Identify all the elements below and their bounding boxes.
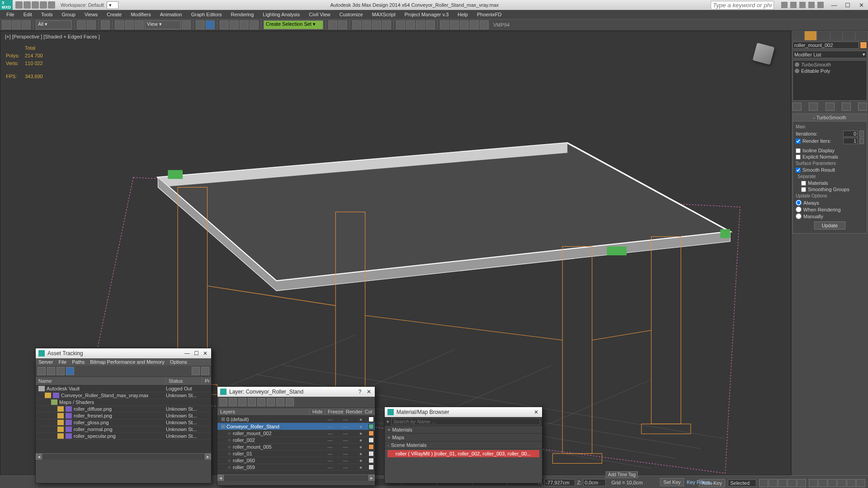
col-name[interactable]: Name	[36, 377, 166, 385]
layer-row[interactable]: ⊞Conveyor_Roller_Stand——●	[217, 423, 375, 430]
move-icon[interactable]	[115, 20, 124, 29]
maximize-viewport-icon[interactable]	[856, 479, 865, 487]
at-tb4-icon[interactable]	[66, 367, 74, 375]
signin-icon[interactable]	[790, 2, 797, 8]
play-icon[interactable]	[778, 479, 787, 487]
layer-row[interactable]: ○roller_059——●	[217, 464, 375, 471]
named-selection-dropdown[interactable]: Create Selection Set ▾	[264, 20, 323, 29]
close-icon[interactable]: ✕	[533, 409, 539, 415]
key-filters-link[interactable]: Key Filters...	[687, 479, 714, 485]
at-refresh-icon[interactable]	[192, 367, 200, 375]
lcol-hide[interactable]: Hide	[310, 408, 325, 415]
menu-rendering[interactable]: Rendering	[226, 11, 259, 18]
bind-icon[interactable]	[22, 20, 31, 29]
rect-select-icon[interactable]	[101, 20, 110, 29]
at-menu-paths[interactable]: Paths	[72, 359, 85, 365]
mat-roller-item[interactable]: roller ( VRayMtl ) [roller_01, roller_00…	[387, 450, 539, 457]
close-icon[interactable]: ✕	[202, 350, 208, 357]
zoom-icon[interactable]	[828, 479, 837, 487]
open-icon[interactable]	[24, 1, 31, 9]
menu-project-manager[interactable]: Project Manager v.3	[400, 11, 453, 18]
at-tb1-icon[interactable]	[38, 367, 46, 375]
material-browser-window[interactable]: Material/Map Browser ✕ ▾ +Materials +Map…	[384, 407, 542, 483]
help-icon[interactable]	[817, 2, 824, 8]
pm-icon3[interactable]	[460, 20, 469, 29]
new-icon[interactable]	[15, 1, 23, 9]
redo-icon[interactable]	[48, 1, 55, 9]
undo-icon[interactable]	[40, 1, 47, 9]
layer-row[interactable]: ⊞0 (default)——●	[217, 416, 375, 423]
orbit-icon[interactable]	[818, 479, 827, 487]
render-setup-icon[interactable]	[406, 20, 415, 29]
asset-row[interactable]: roller_diffuse.pngUnknown St...	[36, 406, 211, 413]
tab-display-icon[interactable]	[843, 31, 855, 41]
zoom-extents-icon[interactable]	[837, 479, 846, 487]
menu-phoenixfd[interactable]: PhoenixFD	[472, 11, 506, 18]
snap-icon[interactable]	[220, 20, 229, 29]
material-editor-icon[interactable]	[396, 20, 405, 29]
asset-tracking-window[interactable]: Asset Tracking — ☐ ✕ Server File Paths B…	[35, 348, 212, 483]
scale-icon[interactable]	[135, 20, 144, 29]
pm-icon4[interactable]	[470, 20, 479, 29]
menu-modifiers[interactable]: Modifiers	[126, 11, 156, 18]
configure-icon[interactable]	[858, 103, 867, 111]
smoothing-groups-checkbox[interactable]	[801, 187, 806, 192]
materials-checkbox[interactable]	[801, 181, 806, 186]
modifier-list-dropdown[interactable]: Modifier List▾	[793, 51, 867, 58]
schematic-icon[interactable]	[382, 20, 391, 29]
save-icon[interactable]	[32, 1, 39, 9]
mirror-icon[interactable]	[328, 20, 337, 29]
lcol-col[interactable]: Col	[362, 408, 375, 415]
spinner-up-icon[interactable]	[859, 138, 864, 144]
select-link-icon[interactable]	[2, 20, 11, 29]
viewport-label[interactable]: [+] [Perspective ] [Shaded + Edged Faces…	[5, 34, 100, 39]
refcoord-dropdown[interactable]: View ▾	[145, 20, 181, 29]
keyboard-shortcut-icon[interactable]	[206, 20, 215, 29]
layer-window[interactable]: Layer: Conveyor_Roller_Stand ? ✕ Layers …	[217, 386, 375, 486]
select-manip-icon[interactable]	[196, 20, 205, 29]
minimize-icon[interactable]: —	[184, 350, 190, 357]
tab-modify-icon[interactable]	[804, 31, 817, 41]
show-end-icon[interactable]	[809, 103, 818, 111]
help-icon[interactable]: ?	[357, 389, 363, 395]
asset-row[interactable]: roller_fresnel.pngUnknown St...	[36, 413, 211, 419]
spinner-snap-icon[interactable]	[250, 20, 259, 29]
object-name-input[interactable]	[793, 42, 859, 49]
goto-end-icon[interactable]	[797, 479, 806, 487]
render-icon[interactable]	[286, 398, 294, 406]
pm-icon2[interactable]	[450, 20, 459, 29]
menu-help[interactable]: Help	[453, 11, 472, 18]
layer-list[interactable]: ⊞0 (default)——●⊞Conveyor_Roller_Stand——●…	[217, 416, 375, 474]
layer-row[interactable]: ○roller_060——●	[217, 457, 375, 464]
next-frame-icon[interactable]	[788, 479, 797, 487]
tab-utilities-icon[interactable]	[855, 31, 868, 41]
delete-layer-icon[interactable]	[229, 398, 237, 406]
menu-group[interactable]: Group	[57, 11, 80, 18]
menu-maxscript[interactable]: MAXScript	[368, 11, 400, 18]
setkey-button[interactable]: Set Key	[660, 478, 684, 486]
remove-mod-icon[interactable]	[842, 103, 851, 111]
menu-create[interactable]: Create	[102, 11, 126, 18]
asset-list[interactable]: Autodesk VaultLogged OutConveyor_Roller_…	[36, 385, 211, 453]
x-input[interactable]	[544, 479, 575, 486]
app-logo-icon[interactable]: 3MXD	[0, 0, 13, 10]
fov-icon[interactable]	[847, 479, 856, 487]
close-icon[interactable]: ✕	[366, 389, 372, 395]
layer-row[interactable]: ○roller_mount_002——●	[217, 430, 375, 437]
favorite-icon[interactable]	[808, 2, 815, 8]
mat-scene-section[interactable]: -Scene Materials	[385, 441, 542, 449]
workspace-dropdown[interactable]: ▾	[107, 1, 118, 9]
layer-icon[interactable]	[352, 20, 361, 29]
menu-civil-view[interactable]: Civil View	[304, 11, 335, 18]
tab-create-icon[interactable]	[792, 31, 804, 41]
curve-editor-icon[interactable]	[372, 20, 381, 29]
at-tb3-icon[interactable]	[57, 367, 65, 375]
at-help-icon[interactable]	[201, 367, 209, 375]
pivot-icon[interactable]	[182, 20, 191, 29]
col-pr[interactable]: Pr	[202, 377, 211, 385]
lcol-freeze[interactable]: Freeze	[325, 408, 343, 415]
menu-graph-editors[interactable]: Graph Editors	[187, 11, 226, 18]
mat-materials-section[interactable]: +Materials	[385, 426, 542, 434]
selection-filter-dropdown[interactable]: All ▾	[36, 20, 72, 29]
layer-row[interactable]: ○roller_002——●	[217, 437, 375, 444]
